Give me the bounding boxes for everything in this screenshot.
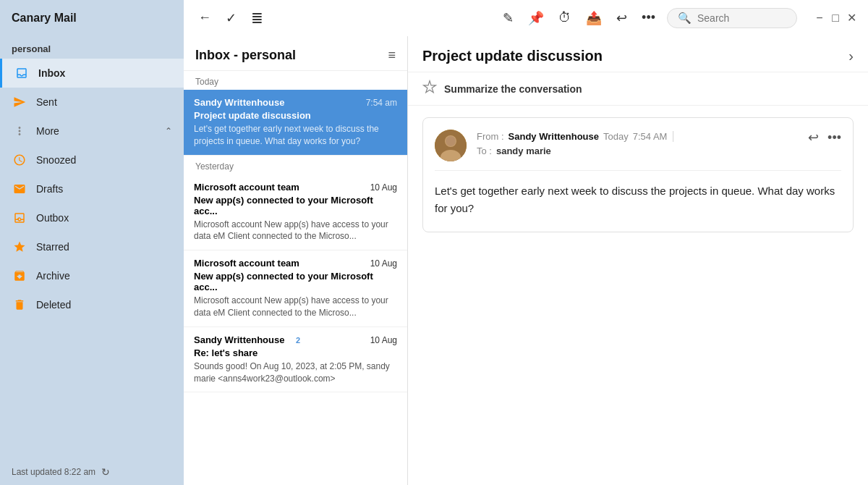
maximize-button[interactable]: □ [830,13,841,23]
email-item[interactable]: Microsoft account team 10 Aug New app(s)… [184,174,407,251]
alarm-icon[interactable]: ⏱ [556,7,574,28]
sidebar-item-archive-label: Archive [36,270,70,282]
sidebar-item-outbox[interactable]: Outbox [0,203,184,232]
sidebar-item-snoozed[interactable]: Snoozed [0,146,184,174]
sidebar-item-inbox-label: Inbox [38,67,65,79]
email-subject: Project update discussion [194,110,397,121]
email-subject: New app(s) connected to your Microsoft a… [194,271,397,292]
archive-icon [12,268,27,284]
summarize-label: Summarize the conversation [444,83,582,95]
email-from-line: From : Sandy Writtenhouse Today 7:54 AM … [477,130,798,143]
avatar [435,130,467,161]
snoozed-icon [12,152,27,168]
email-preview: Sounds good! On Aug 10, 2023, at 2:05 PM… [194,360,397,385]
sidebar-item-snoozed-label: Snoozed [36,154,76,166]
card-actions: ↩ ••• [808,130,841,146]
sidebar-item-deleted[interactable]: Deleted [0,290,184,319]
last-updated-text: Last updated 8:22 am [12,467,95,477]
detail-title: Project update discussion [422,48,603,64]
detail-close-icon[interactable]: › [848,48,854,64]
email-subject: New app(s) connected to your Microsoft a… [194,195,397,216]
time-value: 7:54 AM [633,131,668,142]
back-icon[interactable]: ← [195,7,214,28]
refresh-icon[interactable]: ↻ [101,466,110,478]
svg-point-3 [446,136,456,146]
email-sender: Microsoft account team [194,258,370,269]
date-group-today: Today [184,71,407,90]
main-layout: personal Inbox Sent More ⌃ Snoozed [0,36,868,485]
email-item[interactable]: Microsoft account team 10 Aug New app(s)… [184,250,407,327]
toolbar: ← ✓ ≣ ✎ 📌 ⏱ 📤 ↩ ••• 🔍 − □ ✕ [184,0,868,36]
more-card-icon[interactable]: ••• [827,130,841,146]
deleted-icon [12,297,27,313]
pin-icon[interactable]: 📌 [525,7,547,29]
account-name: personal [0,36,184,59]
sidebar-item-drafts[interactable]: Drafts [0,174,184,203]
email-item-header: Sandy Writtenhouse 7:54 am [194,97,397,108]
starred-icon [12,239,27,255]
minimize-button[interactable]: − [814,13,825,23]
email-badge: 2 [292,335,305,345]
email-sender: Sandy Writtenhouse [194,97,366,108]
email-list-header: Inbox - personal ≡ [184,36,407,71]
date-group-yesterday: Yesterday [184,156,407,174]
email-item[interactable]: Sandy Writtenhouse 2 10 Aug Re: let's sh… [184,327,407,393]
email-preview: Microsoft account New app(s) have access… [194,295,397,319]
sidebar-item-sent-label: Sent [36,96,57,108]
sidebar-footer: Last updated 8:22 am ↻ [0,459,184,485]
from-label: From : [477,131,504,142]
titlebar: Canary Mail ← ✓ ≣ ✎ 📌 ⏱ 📤 ↩ ••• 🔍 − □ ✕ [0,0,868,36]
sidebar-item-inbox[interactable]: Inbox [0,59,184,88]
reply-action-icon[interactable]: ↩ [808,130,819,146]
email-detail: Project update discussion › Summarize th… [408,36,868,485]
search-box[interactable]: 🔍 [667,8,797,28]
more-icon [12,123,27,139]
edit-icon[interactable]: ✎ [500,7,516,29]
to-recipient: sandy marie [496,146,551,156]
sidebar-item-starred-label: Starred [36,241,69,253]
email-item[interactable]: Sandy Writtenhouse 7:54 am Project updat… [184,90,407,156]
search-input[interactable] [697,12,784,24]
email-time: 10 Aug [370,182,397,193]
sidebar-item-outbox-label: Outbox [36,212,69,224]
sidebar-item-sent[interactable]: Sent [0,88,184,117]
summarize-icon [422,80,437,98]
summarize-bar[interactable]: Summarize the conversation [408,72,868,106]
email-sender: Microsoft account team [194,182,370,193]
email-to-line: To : sandy marie [477,146,798,156]
sidebar-item-drafts-label: Drafts [36,183,63,195]
email-time: 7:54 am [366,98,397,108]
email-time: 10 Aug [370,335,397,345]
email-list-title: Inbox - personal [195,48,296,63]
email-subject: Re: let's share [194,347,397,358]
email-list: Inbox - personal ≡ Today Sandy Writtenho… [184,36,408,485]
sidebar-item-starred[interactable]: Starred [0,232,184,261]
sidebar-item-archive[interactable]: Archive [0,261,184,290]
reply-icon[interactable]: ↩ [613,7,630,29]
sidebar-header: Canary Mail [0,0,184,36]
sidebar: personal Inbox Sent More ⌃ Snoozed [0,36,184,485]
checkmark-icon[interactable]: ✓ [223,7,239,29]
from-sender: Sandy Writtenhouse [509,131,599,142]
filter-alt-icon[interactable]: ≣ [248,7,266,30]
sidebar-item-more[interactable]: More ⌃ [0,117,184,146]
list-filter-icon[interactable]: ≡ [388,48,396,63]
search-icon: 🔍 [678,12,692,25]
sidebar-item-deleted-label: Deleted [36,299,71,311]
email-item-header: Sandy Writtenhouse 2 10 Aug [194,334,397,345]
to-label: To : [477,146,492,156]
email-preview: Microsoft account New app(s) have access… [194,219,397,243]
email-time: 10 Aug [370,258,397,269]
email-body: Let's get together early next week to di… [435,180,841,220]
email-sender: Sandy Writtenhouse 2 [194,334,370,345]
drafts-icon [12,181,27,197]
window-controls: − □ ✕ [814,13,856,23]
archive-action-icon[interactable]: 📤 [583,7,605,29]
inbox-icon [14,65,30,81]
outbox-icon [12,210,27,226]
chevron-up-icon: ⌃ [165,126,172,136]
close-button[interactable]: ✕ [846,13,856,23]
more-action-icon[interactable]: ••• [639,7,658,28]
avatar-image [435,130,467,161]
email-preview: Let's get together early next week to di… [194,123,397,148]
